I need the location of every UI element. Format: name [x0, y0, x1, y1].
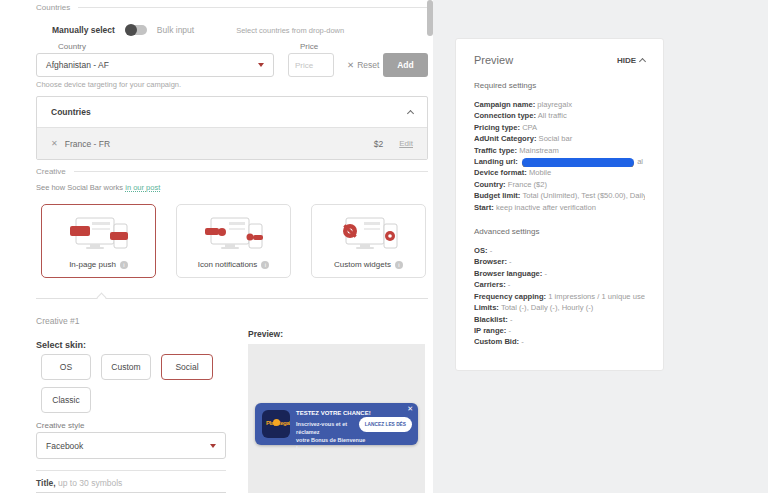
setting-value: - [508, 326, 511, 335]
setting-label: Blacklist: [474, 315, 508, 324]
skin-button-social[interactable]: Social [161, 354, 213, 380]
logo-text: PlayRegal [266, 420, 286, 428]
redaction-scribble [522, 158, 634, 167]
reset-button[interactable]: ✕ Reset [347, 60, 379, 70]
setting-label: OS: [474, 246, 488, 255]
setting-label: Budget limit: [474, 191, 520, 200]
setting-label: Landing url: [474, 157, 518, 166]
selected-country-row: ✕ France - FR $2 Edit [37, 127, 427, 159]
country-select-value: Afghanistan - AF [46, 60, 109, 70]
setting-label: AdUnit Category: [474, 134, 536, 143]
setting-value: Mainstream [519, 146, 559, 155]
skin-button-os[interactable]: OS [41, 354, 91, 380]
setting-row: Budget limit: Total (Unlimited), Test ($… [474, 190, 645, 201]
info-icon[interactable] [120, 261, 128, 269]
advanced-settings-list: OS: - Browser: - Browser language: - Car… [474, 245, 645, 348]
ad-title: TESTEZ VOTRE CHANCE! [296, 410, 371, 416]
chevron-up-icon[interactable] [407, 109, 414, 116]
in-our-post-link[interactable]: in our post [125, 183, 160, 192]
setting-row: OS: - [474, 245, 645, 256]
setting-value: - [490, 246, 493, 255]
chevron-down-icon [258, 63, 264, 67]
divider [74, 171, 428, 172]
selected-card-divider [36, 298, 428, 299]
setting-label: Limits: [474, 303, 499, 312]
card-in-page-push[interactable]: In-page push [41, 204, 156, 278]
setting-row: Custom Bid: - [474, 336, 645, 347]
setting-row: Campaign name: playregalx [474, 99, 645, 110]
title-input-label: Title, [36, 478, 56, 488]
setting-row: Frequency capping: 1 impressions / 1 uni… [474, 291, 645, 302]
setting-value: Mobile [529, 168, 551, 177]
country-input-mode-row: Manually select Bulk input Select countr… [36, 25, 428, 35]
setting-value: 1 impressions / 1 unique user / [548, 292, 645, 301]
x-icon: ✕ [347, 60, 354, 70]
selected-country-name: France - FR [65, 139, 110, 149]
setting-value: Social bar [539, 134, 573, 143]
ad-close-icon[interactable]: ✕ [407, 405, 413, 413]
icon-notifications-illustration [203, 216, 265, 256]
skin-button-classic[interactable]: Classic [41, 387, 91, 413]
input-mode-toggle[interactable] [125, 25, 147, 35]
info-icon[interactable] [261, 261, 269, 269]
add-country-button[interactable]: Add [383, 53, 428, 77]
selected-countries-box: Countries ✕ France - FR $2 Edit [36, 96, 428, 160]
setting-row: Pricing type: CPA [474, 122, 645, 133]
info-icon[interactable] [395, 261, 403, 269]
setting-value: - [508, 280, 511, 289]
setting-value: Total (-), Daily (-), Hourly (-) [501, 303, 593, 312]
required-settings-heading: Required settings [474, 81, 645, 90]
countries-box-header[interactable]: Countries [37, 97, 427, 127]
setting-label: Frequency capping: [474, 292, 546, 301]
social-bar-ad[interactable]: PlayRegal TESTEZ VOTRE CHANCE! Inscrivez… [255, 403, 418, 445]
setting-value: keep inactive after verification [496, 203, 596, 212]
edit-country-link[interactable]: Edit [399, 139, 413, 148]
card-custom-widgets[interactable]: Custom widgets [311, 204, 426, 278]
see-how-text: See how Social Bar works in our post [36, 183, 428, 192]
setting-label: Connection type: [474, 111, 536, 120]
skin-button-custom[interactable]: Custom [101, 354, 151, 380]
setting-row: Carriers: - [474, 279, 645, 290]
setting-row: AdUnit Category: Social bar [474, 133, 645, 144]
setting-label: Carriers: [474, 280, 506, 289]
setting-label: Custom Bid: [474, 337, 519, 346]
ad-preview-label: Preview: [248, 329, 283, 339]
creative-section-header: Creative [36, 167, 428, 176]
scrollbar-thumb[interactable] [427, 0, 433, 36]
setting-label: Campaign name: [474, 100, 535, 109]
title-input-hint: up to 30 symbols [56, 478, 123, 488]
setting-row: Browser: - [474, 256, 645, 267]
device-targeting-hint: Choose device targeting for your campaig… [36, 80, 428, 89]
creative-section-title: Creative [36, 167, 66, 176]
setting-label: Browser: [474, 257, 507, 266]
setting-value: France ($2) [508, 180, 547, 189]
setting-label: Start: [474, 203, 494, 212]
hide-panel-button[interactable]: HIDE [617, 56, 645, 65]
country-field-label: Country [58, 42, 86, 51]
title-input[interactable]: Title, up to 30 symbols [36, 478, 226, 493]
see-how-prefix: See how Social Bar works [36, 183, 125, 192]
creative-number: Creative #1 [36, 316, 428, 326]
remove-country-icon[interactable]: ✕ [51, 139, 58, 148]
country-select[interactable]: Afghanistan - AF [36, 53, 274, 77]
ad-cta-button[interactable]: LANCEZ LES DÉS [359, 417, 412, 432]
ad-preview-box: PlayRegal TESTEZ VOTRE CHANCE! Inscrivez… [248, 344, 425, 493]
setting-label: Traffic type: [474, 146, 517, 155]
creative-style-select[interactable]: Facebook [36, 432, 226, 459]
setting-row: Start: keep inactive after verification [474, 202, 645, 213]
setting-label: IP range: [474, 326, 506, 335]
hide-label: HIDE [617, 56, 636, 65]
setting-value: All traffic [538, 111, 567, 120]
creative-style-value: Facebook [46, 441, 83, 451]
setting-row: IP range: - [474, 325, 645, 336]
setting-value: - [521, 337, 524, 346]
setting-label: Browser language: [474, 269, 542, 278]
ad-body-line1: Inscrivez-vous et et réclamez [296, 421, 347, 435]
card-icon-notifications[interactable]: Icon notifications [176, 204, 291, 278]
reset-label: Reset [357, 60, 379, 70]
toggle-knob [125, 24, 137, 36]
preview-panel-title: Preview [474, 54, 513, 66]
price-input[interactable] [288, 53, 334, 77]
setting-label: Country: [474, 180, 506, 189]
bulk-input-label[interactable]: Bulk input [157, 25, 194, 35]
